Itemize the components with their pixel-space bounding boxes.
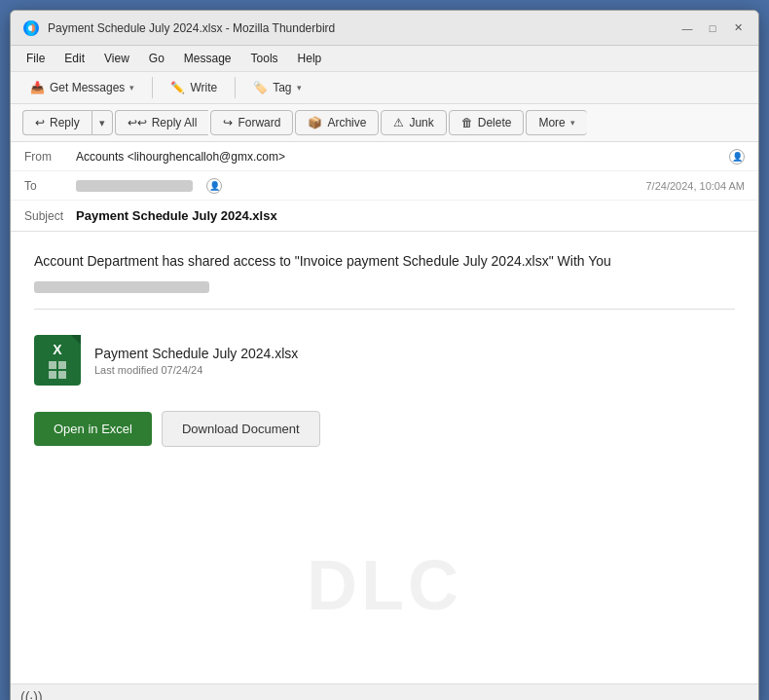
email-header: From Accounts <lihourghencalloh@gmx.com>… (11, 142, 758, 232)
forward-icon: ↪ (223, 116, 233, 129)
subject-field: Subject Payment Schedule July 2024.xlsx (11, 201, 758, 231)
body-redacted (34, 281, 209, 293)
toolbar-separator (152, 77, 153, 98)
window-controls: — □ ✕ (678, 19, 747, 37)
attachment-name: Payment Schedule July 2024.xlsx (94, 346, 298, 361)
archive-icon: 📦 (308, 116, 322, 129)
reply-all-button[interactable]: ↩↩ Reply All (115, 110, 209, 135)
reply-dropdown-button[interactable]: ▾ (92, 110, 113, 135)
excel-cell (49, 371, 56, 379)
menu-go[interactable]: Go (141, 49, 172, 68)
forward-button[interactable]: ↪ Forward (210, 110, 293, 135)
maximize-button[interactable]: □ (704, 19, 721, 37)
email-datetime: 7/24/2024, 10:04 AM (645, 180, 745, 192)
inbox-icon: 📥 (30, 81, 45, 94)
write-icon: ✏️ (170, 81, 185, 94)
trash-icon: 🗑 (461, 116, 473, 129)
reply-chevron-icon: ▾ (99, 117, 105, 129)
attachment-meta: Last modified 07/24/24 (94, 364, 298, 376)
attachment-card: X Payment Schedule July 2024.xlsx Last m… (34, 325, 735, 395)
toolbar: 📥 Get Messages ▾ ✏️ Write 🏷️ Tag ▾ (11, 72, 758, 104)
action-buttons-row: Open in Excel Download Document (34, 411, 735, 447)
reply-icon: ↩ (35, 116, 45, 129)
menu-help[interactable]: Help (290, 49, 330, 68)
status-bar: ((·)) (11, 683, 758, 700)
reply-group: ↩ Reply ▾ (22, 110, 113, 135)
excel-file-icon: X (34, 335, 81, 386)
more-dropdown-icon: ▾ (570, 118, 575, 128)
reply-all-group: ↩↩ Reply All (115, 110, 209, 135)
tag-dropdown-icon: ▾ (297, 83, 302, 92)
to-field: To 👤 7/24/2024, 10:04 AM (11, 171, 758, 201)
excel-cell (58, 371, 66, 379)
window-title: Payment Schedule July 2024.xlsx - Mozill… (48, 21, 335, 35)
from-value: Accounts <lihourghencalloh@gmx.com> (76, 150, 721, 164)
get-messages-button[interactable]: 📥 Get Messages ▾ (20, 77, 144, 98)
menu-bar: File Edit View Go Message Tools Help (11, 46, 758, 72)
excel-cell (58, 361, 66, 369)
junk-button[interactable]: ⚠ Junk (381, 110, 446, 135)
email-divider (34, 309, 735, 310)
attachment-info: Payment Schedule July 2024.xlsx Last mod… (94, 346, 298, 376)
minimize-button[interactable]: — (678, 19, 696, 37)
close-button[interactable]: ✕ (729, 19, 747, 37)
tag-button[interactable]: 🏷️ Tag ▾ (243, 77, 311, 98)
toolbar-separator-2 (235, 77, 236, 98)
title-bar: Payment Schedule July 2024.xlsx - Mozill… (11, 11, 758, 46)
from-field: From Accounts <lihourghencalloh@gmx.com>… (11, 142, 758, 171)
title-bar-left: Payment Schedule July 2024.xlsx - Mozill… (22, 19, 335, 37)
to-redacted (76, 180, 193, 192)
status-icon: ((·)) (20, 689, 43, 701)
reply-all-icon: ↩↩ (128, 116, 147, 129)
write-button[interactable]: ✏️ Write (161, 77, 227, 98)
excel-cell (49, 361, 56, 369)
archive-button[interactable]: 📦 Archive (295, 110, 379, 135)
more-group: More ▾ (526, 110, 586, 135)
menu-message[interactable]: Message (176, 49, 239, 68)
open-in-excel-button[interactable]: Open in Excel (34, 412, 152, 446)
delete-button[interactable]: 🗑 Delete (449, 110, 525, 135)
get-messages-dropdown-icon: ▾ (129, 83, 134, 92)
main-window: Payment Schedule July 2024.xlsx - Mozill… (10, 10, 759, 700)
subject-value: Payment Schedule July 2024.xlsx (76, 208, 277, 223)
more-button[interactable]: More ▾ (526, 110, 586, 135)
watermark: DLC (307, 545, 462, 625)
menu-tools[interactable]: Tools (243, 49, 286, 68)
menu-edit[interactable]: Edit (56, 49, 92, 68)
tag-icon: 🏷️ (253, 81, 268, 94)
from-contact-icon[interactable]: 👤 (729, 149, 745, 165)
menu-view[interactable]: View (96, 49, 137, 68)
email-body: Account Department has shared access to … (11, 232, 758, 683)
excel-grid (49, 361, 66, 379)
junk-icon: ⚠ (393, 116, 404, 129)
email-body-text: Account Department has shared access to … (34, 251, 735, 272)
reply-button[interactable]: ↩ Reply (22, 110, 92, 135)
to-contact-icon[interactable]: 👤 (206, 178, 222, 194)
thunderbird-icon (22, 19, 40, 37)
download-document-button[interactable]: Download Document (162, 411, 320, 447)
menu-file[interactable]: File (18, 49, 53, 68)
action-bar: ↩ Reply ▾ ↩↩ Reply All ↪ Forward 📦 Archi… (11, 104, 758, 142)
